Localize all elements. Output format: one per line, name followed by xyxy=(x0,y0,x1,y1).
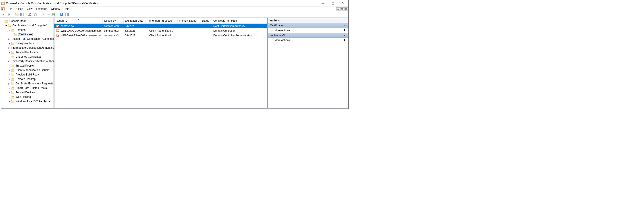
svg-rect-18 xyxy=(20,13,22,16)
actions-item-label: More Actions xyxy=(274,29,290,32)
column-issued-to[interactable]: Issued To ▴ xyxy=(54,18,103,24)
delete-button[interactable] xyxy=(40,12,46,17)
tree-item[interactable]: Trusted Publishers xyxy=(1,50,54,55)
folder-icon xyxy=(11,100,14,103)
tree-pane[interactable]: Console Root Certificates (Local Compute… xyxy=(1,18,54,109)
collapse-icon: ▲ xyxy=(344,24,346,27)
actions-header: Actions xyxy=(268,18,348,23)
tree-item[interactable]: Trusted Devices xyxy=(1,90,54,95)
tree-label: Trusted Root Certification Authorities xyxy=(10,37,54,41)
close-button[interactable] xyxy=(338,0,348,6)
mdi-close-button[interactable] xyxy=(344,7,348,11)
tree-item[interactable]: Trusted Root Certification Authorities xyxy=(1,37,54,41)
maximize-button[interactable] xyxy=(328,0,338,6)
export-button[interactable] xyxy=(51,12,56,17)
tree-item[interactable]: Smart Card Trusted Roots xyxy=(1,86,54,90)
expand-icon[interactable] xyxy=(8,69,11,71)
folder-icon xyxy=(11,73,14,76)
expand-icon[interactable] xyxy=(8,101,11,103)
column-intended-purposes[interactable]: Intended Purposes xyxy=(148,18,178,24)
mdi-minimize-button[interactable] xyxy=(336,7,340,11)
menu-favorites[interactable]: Favorites xyxy=(34,7,49,11)
tree-item[interactable]: Client Authentication Issuers xyxy=(1,68,54,72)
menu-view[interactable]: View xyxy=(25,7,34,11)
list-pane[interactable]: Issued To ▴ Issued By Expiration Date In… xyxy=(54,18,268,109)
actions-section-selected[interactable]: contoso-ca3 ▲ xyxy=(268,33,348,38)
actions-section-label: contoso-ca3 xyxy=(270,34,284,37)
folder-icon xyxy=(14,33,18,36)
tree-item[interactable]: Remote Desktop xyxy=(1,77,54,81)
minimize-button[interactable] xyxy=(318,0,328,6)
tree-item[interactable]: Third-Party Root Certification Authoriti… xyxy=(1,59,54,63)
expand-icon[interactable] xyxy=(1,20,4,22)
show-hide-tree-button[interactable] xyxy=(20,12,24,17)
help-button[interactable]: ? xyxy=(59,12,64,17)
tree-item[interactable]: Trusted People xyxy=(1,63,54,68)
actions-section-certificates[interactable]: Certificates ▲ xyxy=(268,23,348,28)
tree-cert-local-computer[interactable]: Certificates (Local Computer) xyxy=(1,23,54,28)
column-expiration[interactable]: Expiration Date xyxy=(124,18,148,24)
folder-icon xyxy=(11,42,14,45)
certificate-icon xyxy=(56,34,60,37)
cell-issued-by: contoso-ca3 xyxy=(103,25,124,28)
expand-icon[interactable] xyxy=(8,43,11,45)
tree-item[interactable]: Enterprise Trust xyxy=(1,41,54,46)
expand-icon[interactable] xyxy=(8,56,11,58)
column-issued-by[interactable]: Issued By xyxy=(103,18,124,24)
table-row[interactable]: WIN-0AAAAAAA00A.contoso.comcontoso-ca36/… xyxy=(54,33,267,38)
properties-button[interactable] xyxy=(46,12,51,17)
expand-icon[interactable] xyxy=(8,74,11,76)
expand-icon[interactable] xyxy=(8,92,11,94)
tree-item[interactable]: Web Hosting xyxy=(1,95,54,99)
tree-label: Third-Party Root Certification Authoriti… xyxy=(10,59,54,63)
tree-label: Certificates xyxy=(18,33,32,36)
tree-label: Smart Card Trusted Roots xyxy=(15,86,47,90)
table-row[interactable]: WIN-0AAAAAAA00A.contoso.comcontoso-ca35/… xyxy=(54,28,267,33)
show-hide-action-pane-button[interactable] xyxy=(64,12,70,17)
column-certificate-template[interactable]: Certificate Template xyxy=(212,18,267,24)
expand-icon[interactable] xyxy=(8,83,11,85)
tree-item[interactable]: Preview Build Roots xyxy=(1,72,54,77)
tree-item[interactable]: Certificate Enrollment Requests xyxy=(1,81,54,86)
menu-action[interactable]: Action xyxy=(14,7,25,11)
tree-item[interactable]: Untrusted Certificates xyxy=(1,55,54,59)
cell-expiration: 5/6/2021 xyxy=(124,29,148,32)
expand-icon[interactable] xyxy=(8,51,11,53)
expand-icon[interactable] xyxy=(8,96,11,98)
up-button[interactable] xyxy=(14,12,19,17)
expand-icon[interactable] xyxy=(8,60,10,62)
expand-icon[interactable] xyxy=(8,47,10,49)
copy-button[interactable] xyxy=(33,12,38,17)
tree-label: Intermediate Certification Authorities xyxy=(10,46,54,50)
cell-issued-by: contoso-ca3 xyxy=(103,29,124,32)
mmc-window: Console1 - [Console Root\Certificates (L… xyxy=(0,0,348,109)
app-icon-small xyxy=(1,7,5,11)
mdi-restore-button[interactable] xyxy=(340,7,344,11)
table-row[interactable]: contoso-ca3contoso-ca35/6/2025Root Certi… xyxy=(54,24,267,28)
tree-root[interactable]: Console Root xyxy=(1,19,54,23)
expand-icon[interactable] xyxy=(8,78,11,80)
tree-item[interactable]: Intermediate Certification Authorities xyxy=(1,46,54,50)
cut-button[interactable] xyxy=(28,12,32,17)
menu-file[interactable]: File xyxy=(6,7,14,11)
svg-text:?: ? xyxy=(61,13,62,16)
expand-icon[interactable] xyxy=(8,87,11,89)
chevron-right-icon xyxy=(344,29,346,32)
actions-more-certificates[interactable]: More Actions xyxy=(268,28,348,33)
back-button[interactable] xyxy=(1,12,6,17)
menu-window[interactable]: Window xyxy=(49,7,62,11)
forward-button[interactable] xyxy=(6,12,12,17)
tree-certificates[interactable]: Certificates xyxy=(1,32,54,37)
expand-icon[interactable] xyxy=(8,38,10,40)
expand-icon[interactable] xyxy=(8,29,11,31)
actions-pane: Actions Certificates ▲ More Actions cont… xyxy=(268,18,348,109)
tree-personal[interactable]: Personal xyxy=(1,28,54,32)
folder-icon xyxy=(11,64,14,67)
column-status[interactable]: Status xyxy=(200,18,212,24)
expand-icon[interactable] xyxy=(8,65,11,67)
column-friendly-name[interactable]: Friendly Name xyxy=(178,18,200,24)
tree-item[interactable]: Windows Live ID Token Issuer xyxy=(1,99,54,104)
menu-help[interactable]: Help xyxy=(62,7,71,11)
expand-icon[interactable] xyxy=(4,25,8,27)
actions-more-selected[interactable]: More Actions xyxy=(268,38,348,43)
